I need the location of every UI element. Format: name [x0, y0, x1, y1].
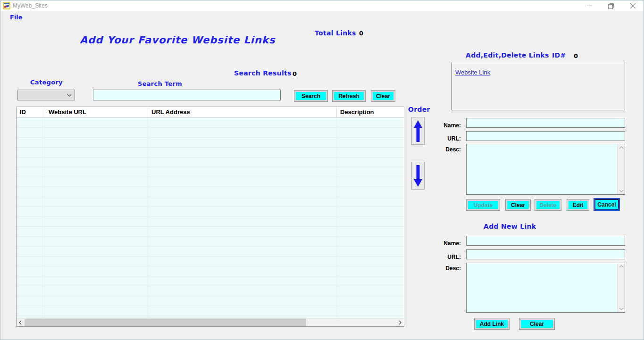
table-row[interactable] — [17, 217, 404, 227]
table-cell[interactable] — [337, 148, 404, 157]
table-cell[interactable] — [45, 296, 148, 306]
table-cell[interactable] — [337, 217, 404, 226]
table-cell[interactable] — [337, 158, 404, 167]
hscroll-left-button[interactable] — [17, 319, 24, 326]
table-row[interactable] — [17, 257, 404, 266]
table-cell[interactable] — [337, 128, 404, 137]
website-link[interactable]: Website Link — [455, 69, 490, 76]
edit-desc-textarea[interactable] — [467, 144, 617, 194]
table-cell[interactable] — [148, 197, 337, 207]
table-cell[interactable] — [148, 148, 337, 157]
table-cell[interactable] — [148, 257, 337, 266]
table-cell[interactable] — [17, 167, 45, 177]
table-cell[interactable] — [337, 118, 404, 127]
table-cell[interactable] — [17, 266, 45, 276]
table-row[interactable] — [17, 266, 404, 276]
table-cell[interactable] — [45, 197, 148, 207]
table-cell[interactable] — [337, 276, 404, 286]
table-cell[interactable] — [148, 167, 337, 177]
table-cell[interactable] — [17, 306, 45, 315]
table-cell[interactable] — [337, 138, 404, 147]
table-cell[interactable] — [17, 257, 45, 266]
table-row[interactable] — [17, 286, 404, 296]
hscroll-thumb[interactable] — [25, 319, 306, 326]
table-row[interactable] — [17, 237, 404, 247]
table-cell[interactable] — [17, 148, 45, 157]
table-cell[interactable] — [17, 158, 45, 167]
minimize-button[interactable] — [578, 0, 600, 11]
table-cell[interactable] — [148, 187, 337, 197]
add-link-button[interactable]: Add Link — [475, 318, 509, 329]
delete-button[interactable]: Delete — [535, 199, 561, 210]
search-term-input[interactable] — [93, 90, 281, 100]
move-up-button[interactable] — [411, 117, 425, 145]
table-cell[interactable] — [148, 266, 337, 276]
column-header[interactable]: URL Address — [148, 107, 337, 117]
hscroll-right-button[interactable] — [396, 319, 404, 326]
column-header[interactable]: Description — [337, 107, 404, 117]
table-cell[interactable] — [148, 237, 337, 246]
table-cell[interactable] — [17, 286, 45, 296]
table-cell[interactable] — [148, 217, 337, 226]
table-cell[interactable] — [337, 296, 404, 306]
add-clear-button[interactable]: Clear — [519, 318, 554, 329]
table-cell[interactable] — [337, 237, 404, 246]
table-cell[interactable] — [17, 118, 45, 127]
table-cell[interactable] — [45, 187, 148, 197]
table-row[interactable] — [17, 276, 404, 286]
table-cell[interactable] — [337, 306, 404, 315]
table-cell[interactable] — [337, 187, 404, 197]
table-cell[interactable] — [337, 286, 404, 296]
table-cell[interactable] — [148, 227, 337, 236]
table-cell[interactable] — [17, 128, 45, 137]
table-cell[interactable] — [17, 227, 45, 236]
table-cell[interactable] — [45, 227, 148, 236]
table-row[interactable] — [17, 197, 404, 207]
table-row[interactable] — [17, 158, 404, 167]
grid-hscrollbar[interactable] — [17, 318, 404, 326]
table-cell[interactable] — [148, 247, 337, 256]
column-header[interactable]: Website URL — [45, 107, 148, 117]
table-row[interactable] — [17, 187, 404, 197]
table-cell[interactable] — [17, 276, 45, 286]
table-row[interactable] — [17, 118, 404, 128]
add-name-input[interactable] — [466, 236, 625, 246]
table-cell[interactable] — [148, 177, 337, 187]
edit-clear-button[interactable]: Clear — [506, 199, 530, 210]
table-cell[interactable] — [45, 217, 148, 226]
table-cell[interactable] — [148, 286, 337, 296]
maximize-button[interactable] — [600, 0, 622, 11]
table-row[interactable] — [17, 207, 404, 217]
add-url-input[interactable] — [466, 249, 625, 259]
table-cell[interactable] — [337, 227, 404, 236]
column-header[interactable]: ID — [17, 107, 45, 117]
close-button[interactable] — [622, 0, 644, 11]
table-cell[interactable] — [148, 207, 337, 216]
add-desc-scrollbar[interactable] — [617, 263, 625, 312]
clear-search-button[interactable]: Clear — [371, 91, 395, 101]
table-cell[interactable] — [148, 306, 337, 315]
search-button[interactable]: Search — [294, 91, 327, 101]
table-row[interactable] — [17, 148, 404, 158]
table-row[interactable] — [17, 128, 404, 138]
edit-button[interactable]: Edit — [567, 199, 589, 210]
table-cell[interactable] — [45, 306, 148, 315]
table-cell[interactable] — [45, 167, 148, 177]
refresh-button[interactable]: Refresh — [333, 91, 365, 101]
table-row[interactable] — [17, 296, 404, 306]
table-row[interactable] — [17, 177, 404, 187]
table-cell[interactable] — [45, 266, 148, 276]
menu-item-file[interactable]: File — [7, 13, 25, 22]
table-cell[interactable] — [45, 138, 148, 147]
table-cell[interactable] — [45, 207, 148, 216]
table-cell[interactable] — [17, 138, 45, 147]
table-cell[interactable] — [17, 187, 45, 197]
category-select[interactable] — [17, 90, 75, 100]
table-cell[interactable] — [17, 177, 45, 187]
table-cell[interactable] — [337, 197, 404, 207]
table-cell[interactable] — [17, 207, 45, 216]
table-cell[interactable] — [148, 138, 337, 147]
move-down-button[interactable] — [411, 162, 425, 190]
table-cell[interactable] — [45, 286, 148, 296]
table-cell[interactable] — [148, 128, 337, 137]
